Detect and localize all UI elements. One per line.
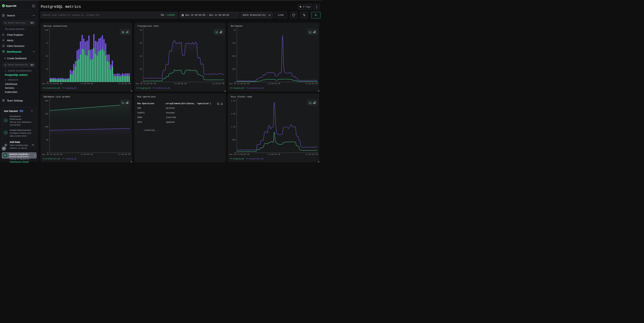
svg-text:production_db: production_db bbox=[46, 87, 60, 89]
svg-text:11:00:00 AM: 11:00:00 AM bbox=[268, 83, 280, 85]
svg-text:deleted: deleted bbox=[166, 107, 174, 110]
svg-text:⋮: ⋮ bbox=[164, 102, 166, 105]
svg-text:8K: 8K bbox=[140, 29, 142, 31]
svg-text:Nov 10 12:00:00 AM: Nov 10 12:00:00 AM bbox=[42, 154, 62, 156]
svg-text:Disc blocks read: Disc blocks read bbox=[231, 96, 252, 98]
svg-text:4K: 4K bbox=[140, 55, 142, 57]
svg-text:Nov 10 12:00:00 AM: Nov 10 12:00:00 AM bbox=[136, 83, 156, 85]
svg-text:25: 25 bbox=[46, 68, 48, 70]
svg-text:2K: 2K bbox=[140, 68, 142, 70]
svg-text:staging_db: staging_db bbox=[233, 158, 244, 160]
svg-text:production_db: production_db bbox=[156, 87, 170, 89]
svg-text:Transaction rate: Transaction rate bbox=[137, 25, 158, 28]
svg-text:updated: updated bbox=[166, 121, 174, 123]
svg-text:production_db: production_db bbox=[249, 158, 264, 160]
svg-text:Nov 10 12:00:00 AM: Nov 10 12:00:00 AM bbox=[229, 83, 250, 85]
svg-text:Row Operations: Row Operations bbox=[137, 102, 154, 105]
svg-text:250: 250 bbox=[232, 68, 236, 70]
svg-text:Loading...: Loading... bbox=[144, 129, 159, 132]
svg-text:50: 50 bbox=[46, 55, 48, 57]
svg-text:100: 100 bbox=[45, 29, 48, 31]
svg-text:75: 75 bbox=[46, 42, 48, 44]
svg-text:1.8K: 1.8K bbox=[231, 113, 236, 115]
svg-text:750: 750 bbox=[232, 42, 236, 44]
svg-text:Nov 10 12:00:00 AM: Nov 10 12:00:00 AM bbox=[42, 83, 62, 85]
svg-text:308: 308 bbox=[137, 107, 141, 110]
svg-text:inserted: inserted bbox=[166, 116, 176, 119]
svg-text:11:00:00 AM: 11:00:00 AM bbox=[81, 154, 93, 156]
svg-text:staging_db: staging_db bbox=[65, 158, 76, 160]
svg-text:staging_db: staging_db bbox=[65, 87, 76, 89]
svg-text:11:00:00 AM: 11:00:00 AM bbox=[174, 83, 186, 85]
svg-text:Rollbacks: Rollbacks bbox=[231, 25, 243, 28]
svg-text:11:30:00 PM: 11:30:00 PM bbox=[212, 83, 224, 85]
svg-text:20B: 20B bbox=[45, 100, 48, 102]
svg-text:staging_db: staging_db bbox=[139, 87, 150, 89]
svg-text:10B: 10B bbox=[45, 126, 48, 128]
svg-text:arrayElement(Attributes, 'oper: arrayElement(Attributes, 'operation') bbox=[166, 102, 211, 105]
svg-text:1871: 1871 bbox=[137, 121, 142, 123]
svg-text:Nov 10 12:00:00 AM: Nov 10 12:00:00 AM bbox=[229, 154, 250, 156]
svg-text:5B: 5B bbox=[46, 139, 48, 141]
svg-text:11:30:00 PM: 11:30:00 PM bbox=[118, 83, 130, 85]
svg-text:3064: 3064 bbox=[137, 116, 142, 119]
svg-text:2.4K: 2.4K bbox=[231, 100, 236, 102]
svg-text:11:30:00 PM: 11:30:00 PM bbox=[306, 154, 318, 156]
svg-text:1K: 1K bbox=[233, 29, 236, 31]
svg-text:11:30:00 PM: 11:30:00 PM bbox=[306, 83, 318, 85]
svg-text:500: 500 bbox=[232, 55, 236, 57]
svg-text:11:30:00 PM: 11:30:00 PM bbox=[118, 154, 130, 156]
svg-text:15B: 15B bbox=[45, 113, 48, 115]
svg-text:production_db: production_db bbox=[46, 158, 60, 160]
svg-text:Row operations: Row operations bbox=[137, 96, 156, 98]
svg-text:314071: 314071 bbox=[137, 112, 144, 114]
svg-text:11:00:00 AM: 11:00:00 AM bbox=[81, 83, 93, 85]
svg-text:600: 600 bbox=[232, 139, 236, 141]
svg-text:6K: 6K bbox=[140, 42, 142, 44]
svg-text:production_db: production_db bbox=[249, 87, 264, 89]
svg-text:Active connections: Active connections bbox=[44, 25, 67, 28]
svg-text:1.2K: 1.2K bbox=[231, 126, 236, 128]
svg-text:11:00:00 AM: 11:00:00 AM bbox=[268, 154, 280, 156]
svg-text:fetched: fetched bbox=[166, 112, 174, 114]
svg-text:staging_db: staging_db bbox=[233, 87, 244, 89]
svg-text:Database size growth: Database size growth bbox=[44, 96, 70, 98]
